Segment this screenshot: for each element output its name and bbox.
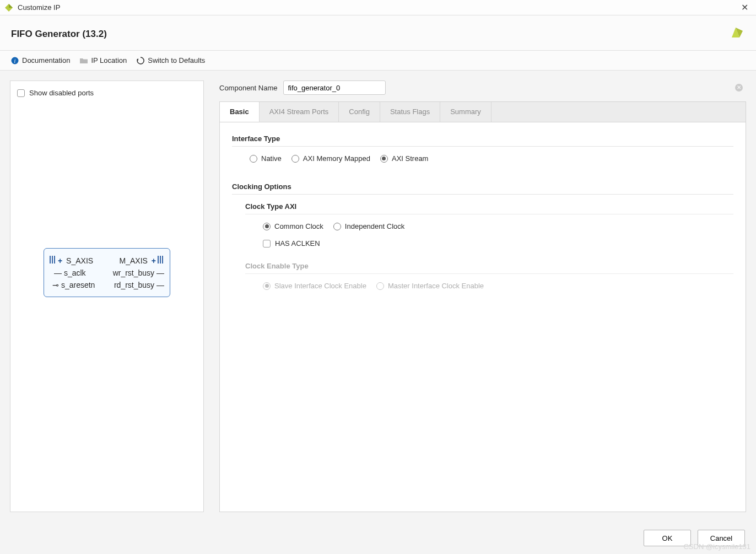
- component-name-row: Component Name ✕: [219, 80, 746, 95]
- tab-config[interactable]: Config: [339, 102, 380, 122]
- titlebar: Customize IP ✕: [0, 0, 756, 15]
- radio-native[interactable]: Native: [250, 154, 282, 163]
- close-icon[interactable]: ✕: [738, 1, 752, 14]
- radio-axi-memory-mapped[interactable]: AXI Memory Mapped: [291, 154, 370, 163]
- clock-enable-type-group: Slave Interface Clock Enable Master Inte…: [263, 282, 733, 290]
- clock-enable-type-title: Clock Enable Type: [245, 262, 733, 274]
- tab-axi4-stream-ports[interactable]: AXI4 Stream Ports: [260, 102, 339, 122]
- radio-slave-iface-clk-enable: Slave Interface Clock Enable: [263, 282, 366, 290]
- config-panel: Component Name ✕ Basic AXI4 Stream Ports…: [219, 80, 746, 512]
- documentation-label: Documentation: [22, 56, 70, 64]
- tab-content-basic: Interface Type Native AXI Memory Mapped …: [219, 122, 746, 512]
- documentation-link[interactable]: i Documentation: [11, 56, 70, 64]
- content-area: Show disabled ports + S_AXIS M_AXIS + — …: [0, 71, 756, 522]
- refresh-icon: [137, 57, 144, 64]
- folder-icon: [80, 57, 88, 64]
- clock-type-axi-title: Clock Type AXI: [245, 202, 733, 214]
- bus-glyph-icon: [158, 256, 164, 263]
- svg-text:i: i: [14, 58, 16, 64]
- footer: OK Cancel: [0, 522, 756, 554]
- clear-icon[interactable]: ✕: [735, 84, 743, 92]
- radio-master-iface-clk-enable: Master Interface Clock Enable: [376, 282, 484, 290]
- header: FIFO Generator (13.2): [0, 15, 756, 51]
- vendor-logo-icon: [726, 25, 745, 42]
- tab-basic[interactable]: Basic: [220, 102, 260, 122]
- port-wr-rst-busy: wr_rst_busy: [113, 268, 154, 277]
- port-s-axis: S_AXIS: [66, 256, 93, 265]
- preview-panel: Show disabled ports + S_AXIS M_AXIS + — …: [10, 80, 204, 512]
- switch-defaults-label: Switch to Defaults: [148, 56, 205, 64]
- switch-defaults-link[interactable]: Switch to Defaults: [137, 56, 205, 64]
- interface-type-title: Interface Type: [232, 135, 733, 147]
- svg-marker-1: [9, 4, 13, 8]
- tab-status-flags[interactable]: Status Flags: [380, 102, 440, 122]
- port-s-aclk: s_aclk: [64, 268, 86, 277]
- has-aclken-checkbox[interactable]: HAS ACLKEN: [263, 239, 733, 248]
- interface-type-group: Native AXI Memory Mapped AXI Stream: [250, 154, 733, 163]
- checkbox-icon: [263, 240, 271, 248]
- port-s-aresetn: s_aresetn: [61, 281, 95, 289]
- clocking-options-title: Clocking Options: [232, 182, 733, 195]
- app-icon: [4, 3, 13, 12]
- tab-bar: Basic AXI4 Stream Ports Config Status Fl…: [219, 101, 746, 122]
- clock-type-group: Common Clock Independent Clock: [263, 222, 733, 230]
- window-title: Customize IP: [18, 3, 60, 12]
- radio-independent-clock[interactable]: Independent Clock: [333, 222, 404, 230]
- show-disabled-ports-label: Show disabled ports: [29, 89, 94, 97]
- radio-axi-stream[interactable]: AXI Stream: [380, 154, 428, 163]
- component-name-input[interactable]: [283, 80, 386, 95]
- info-icon: i: [11, 57, 19, 64]
- customize-ip-window: Customize IP ✕ FIFO Generator (13.2) i D…: [0, 0, 756, 554]
- tab-summary[interactable]: Summary: [440, 102, 492, 122]
- component-name-label: Component Name: [219, 84, 278, 92]
- ip-location-link[interactable]: IP Location: [80, 56, 127, 64]
- page-title: FIFO Generator (13.2): [11, 29, 107, 40]
- ip-block-symbol: + S_AXIS M_AXIS + — s_aclk wr_rst_busy —…: [44, 248, 170, 297]
- ip-location-label: IP Location: [91, 56, 127, 64]
- checkbox-icon: [17, 89, 25, 97]
- bus-glyph-icon: [50, 256, 56, 263]
- cancel-button[interactable]: Cancel: [698, 530, 745, 546]
- radio-common-clock[interactable]: Common Clock: [263, 222, 323, 230]
- ok-button[interactable]: OK: [644, 530, 691, 546]
- toolbar: i Documentation IP Location Switch to De…: [0, 51, 756, 71]
- has-aclken-label: HAS ACLKEN: [275, 239, 320, 248]
- show-disabled-ports-checkbox[interactable]: Show disabled ports: [15, 87, 199, 99]
- port-m-axis: M_AXIS: [120, 256, 148, 265]
- port-rd-rst-busy: rd_rst_busy: [114, 281, 154, 289]
